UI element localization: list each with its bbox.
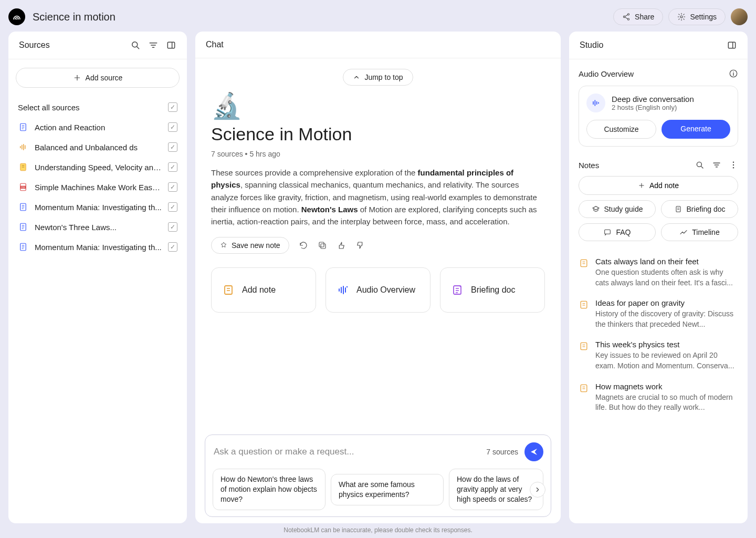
svg-point-71 — [733, 162, 734, 163]
card-audio-overview[interactable]: Audio Overview — [326, 267, 430, 313]
audio-overview-label: Audio Overview — [579, 69, 634, 78]
source-label: Momentum Mania: Investigating th... — [35, 243, 162, 252]
prompt-chip[interactable]: How do Newton's three laws of motion exp… — [213, 469, 326, 510]
source-label: Momentum Mania: Investigating th... — [35, 203, 162, 212]
svg-line-5 — [625, 17, 627, 19]
sources-title: Sources — [19, 40, 50, 50]
generate-button[interactable]: Generate — [662, 120, 730, 139]
source-checkbox[interactable]: ✓ — [168, 182, 177, 192]
note-item[interactable]: How magnets work Magnets are crucial to … — [579, 377, 738, 418]
source-item[interactable]: PDF Simple Machines Make Work Easier... … — [16, 177, 180, 197]
avatar[interactable] — [731, 8, 748, 25]
svg-point-51 — [346, 286, 348, 288]
info-icon[interactable] — [729, 69, 738, 78]
svg-rect-76 — [676, 206, 680, 212]
svg-rect-83 — [581, 302, 587, 308]
briefing-doc-button[interactable]: Briefing doc — [661, 200, 738, 218]
add-source-button[interactable]: Add source — [16, 68, 180, 88]
timeline-button[interactable]: Timeline — [661, 223, 738, 241]
note-title: Cats always land on their feet — [595, 257, 738, 266]
audio-icon — [337, 284, 349, 296]
svg-point-72 — [733, 164, 734, 165]
source-checkbox[interactable]: ✓ — [168, 162, 177, 172]
panel-collapse-icon[interactable] — [166, 40, 176, 50]
source-checkbox[interactable]: ✓ — [168, 202, 177, 212]
next-prompts-button[interactable] — [530, 482, 545, 498]
chevron-right-icon — [534, 486, 541, 493]
source-item[interactable]: Action and Reaction ✓ — [16, 117, 180, 137]
share-button[interactable]: Share — [613, 8, 663, 25]
svg-text:PDF: PDF — [21, 187, 25, 189]
save-note-button[interactable]: Save new note — [211, 237, 289, 254]
prompt-chip[interactable]: How do the laws of gravity apply at very… — [449, 469, 543, 510]
note-title: Ideas for paper on gravity — [595, 298, 738, 307]
source-item[interactable]: Momentum Mania: Investigating th... ✓ — [16, 197, 180, 217]
svg-rect-57 — [728, 42, 735, 48]
filter-icon[interactable] — [148, 40, 159, 50]
source-type-icon — [18, 162, 28, 172]
source-item[interactable]: Momentum Mania: Investigating th... ✓ — [16, 237, 180, 257]
card-add-note[interactable]: Add note — [211, 267, 316, 313]
note-item[interactable]: Ideas for paper on gravity History of th… — [579, 293, 738, 335]
note-snippet: Magnets are crucial to so much of modern… — [595, 392, 738, 413]
card-briefing-doc[interactable]: Briefing doc — [440, 267, 545, 313]
panel-collapse-icon[interactable] — [727, 40, 737, 50]
customize-button[interactable]: Customize — [586, 120, 656, 139]
settings-button[interactable]: Settings — [668, 8, 726, 25]
copy-icon[interactable] — [318, 241, 327, 250]
source-label: Newton's Three Laws... — [35, 223, 162, 232]
app-logo[interactable] — [8, 8, 25, 25]
source-label: Action and Reaction — [35, 123, 162, 132]
note-title: How magnets work — [595, 382, 738, 391]
ask-input[interactable] — [213, 443, 480, 460]
thumbs-up-icon[interactable] — [337, 241, 346, 250]
notebook-title[interactable]: Science in motion — [33, 11, 116, 23]
chat-panel: Chat Jump to top 🔬 Science in Motion 7 s… — [195, 32, 561, 523]
svg-rect-44 — [225, 286, 232, 294]
audio-wave-icon — [586, 94, 605, 112]
jump-to-top-button[interactable]: Jump to top — [343, 69, 413, 86]
source-item[interactable]: Understanding Speed, Velocity and... ✓ — [16, 157, 180, 177]
svg-rect-79 — [605, 230, 611, 234]
select-all-checkbox[interactable]: ✓ — [168, 102, 177, 112]
add-note-button[interactable]: Add note — [579, 176, 738, 195]
search-icon[interactable] — [695, 160, 705, 170]
svg-point-61 — [733, 71, 734, 73]
source-label: Understanding Speed, Velocity and... — [35, 163, 162, 172]
pin-icon — [220, 242, 227, 249]
refresh-icon[interactable] — [299, 241, 308, 250]
faq-button[interactable]: FAQ — [579, 223, 656, 241]
chat-input-box: 7 sources How do Newton's three laws of … — [205, 434, 551, 517]
note-icon — [579, 299, 589, 310]
studio-title: Studio — [580, 40, 603, 50]
svg-point-66 — [697, 162, 701, 167]
more-icon[interactable] — [729, 160, 738, 170]
source-item[interactable]: Balanced and Unbalanced ds ✓ — [16, 137, 180, 157]
source-checkbox[interactable]: ✓ — [168, 242, 177, 252]
svg-rect-43 — [319, 242, 324, 247]
thumbs-down-icon[interactable] — [355, 241, 365, 250]
source-type-icon — [18, 142, 28, 152]
search-icon[interactable] — [130, 40, 141, 50]
source-checkbox[interactable]: ✓ — [168, 222, 177, 232]
note-icon — [579, 341, 589, 351]
source-checkbox[interactable]: ✓ — [168, 142, 177, 152]
note-item[interactable]: Cats always land on their feet One quest… — [579, 252, 738, 293]
chat-meta: 7 sources • 5 hrs ago — [211, 150, 545, 158]
source-checkbox[interactable]: ✓ — [168, 122, 177, 132]
prompt-chip[interactable]: What are some famous physics experiments… — [331, 474, 444, 505]
send-button[interactable] — [524, 442, 543, 461]
timeline-icon — [679, 228, 688, 236]
source-count: 7 sources — [486, 448, 518, 456]
svg-line-67 — [701, 167, 703, 168]
study-guide-button[interactable]: Study guide — [579, 200, 656, 218]
notes-label: Notes — [579, 161, 599, 170]
filter-icon[interactable] — [712, 160, 721, 170]
chat-title-header: Chat — [206, 40, 224, 49]
note-item[interactable]: This week's physics test Key issues to b… — [579, 335, 738, 376]
plus-icon — [638, 182, 645, 189]
note-snippet: History of the discovery of gravity: Dis… — [595, 309, 738, 329]
source-item[interactable]: Newton's Three Laws... ✓ — [16, 217, 180, 237]
select-all-row[interactable]: Select all sources ✓ — [16, 97, 180, 117]
topbar: Science in motion Share Settings — [8, 6, 748, 32]
